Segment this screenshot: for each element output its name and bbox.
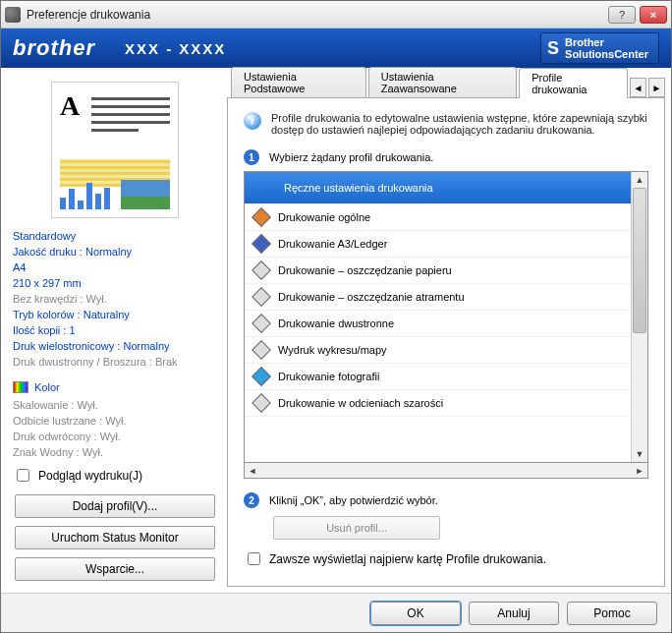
horizontal-scrollbar[interactable]: ◄ ► [244,463,648,479]
vertical-scrollbar[interactable]: ▲ ▼ [631,172,647,462]
tab-nav-left-icon[interactable]: ◄ [630,78,646,97]
support-button[interactable]: Wsparcie... [15,557,215,581]
step1-text: Wybierz żądany profil drukowania. [269,151,433,163]
profile-label: Drukowanie ogólne [278,211,370,223]
left-panel: A Standardowy Jakość druku : Normalny A4… [7,74,223,587]
status-monitor-button[interactable]: Uruchom Status Monitor [15,526,215,549]
ext-mirror: Odbicie lustrzane : Wył. [13,413,217,429]
tab-content: i Profile drukowania to edytowalne ustaw… [227,97,665,587]
right-panel: Ustawienia Podstawowe Ustawienia Zaawans… [227,74,665,587]
profile-icon [252,314,271,333]
color-row: Kolor [13,379,217,395]
prop-mode: Standardowy [13,228,217,244]
prop-quality: Jakość druku : Normalny [13,244,217,259]
profile-label: Drukowanie A3/Ledger [278,238,387,250]
profile-icon [252,393,271,413]
app-icon [5,7,21,23]
preview-checkbox-row[interactable]: Podgląd wydruku(J) [13,466,217,485]
profile-icon [252,287,271,307]
tab-nav-right-icon[interactable]: ► [648,78,665,97]
profile-label: Drukowanie dwustronne [278,317,394,329]
info-text: Profile drukowania to edytowalne ustawie… [271,112,648,136]
profile-label: Drukowanie fotografii [278,371,379,382]
profile-icon [252,260,271,280]
profile-item[interactable]: Wydruk wykresu/mapy [245,337,631,364]
tab-basic[interactable]: Ustawienia Podstawowe [231,67,366,97]
profile-item[interactable]: Drukowanie ogólne [245,204,631,231]
prop-paper: A4 [13,259,217,275]
cancel-button[interactable]: Anuluj [469,602,559,625]
solutions-center-icon: S [547,38,559,59]
step2-row: 2 Kliknij „OK”, aby potwierdzić wybór. [244,492,648,508]
profile-label: Wydruk wykresu/mapy [278,344,387,356]
profile-icon [252,340,271,360]
profile-listbox[interactable]: Ręczne ustawienia drukowaniaDrukowanie o… [244,171,648,463]
profile-item[interactable]: Drukowanie – oszczędzanie atramentu [245,284,631,311]
print-preferences-window: Preferencje drukowania ? × brother XXX -… [0,0,672,633]
always-show-checkbox[interactable] [248,552,260,565]
prop-borderless: Bez krawędzi : Wył. [13,291,217,307]
step2-text: Kliknij „OK”, aby potwierdzić wybór. [269,494,438,506]
hscroll-right-icon[interactable]: ► [632,463,647,478]
preview-checkbox[interactable] [17,469,29,482]
window-title: Preferencje drukowania [27,8,604,22]
hscroll-left-icon[interactable]: ◄ [245,463,260,478]
profile-item[interactable]: Drukowanie A3/Ledger [245,231,631,258]
prop-size: 210 x 297 mm [13,275,217,291]
sc-line2: SolutionsCenter [565,48,648,60]
ext-watermark: Znak Wodny : Wył. [13,444,217,460]
ok-button[interactable]: OK [370,602,461,625]
profile-label: Drukowanie w odcieniach szarości [278,397,443,409]
dialog-footer: OK Anuluj Pomoc [1,593,671,632]
prop-multipage: Druk wielostronicowy : Normalny [13,338,217,354]
profile-icon [252,234,271,254]
help-button[interactable]: ? [608,6,636,24]
prop-copies: Ilość kopii : 1 [13,322,217,338]
brand-bar: brother XXX - XXXX S Brother SolutionsCe… [1,29,671,68]
brand-logo: brother [13,35,95,61]
profile-label: Ręczne ustawienia drukowania [284,182,433,194]
profile-label: Drukowanie – oszczędzanie atramentu [278,291,465,303]
page-preview: A [51,82,179,218]
scroll-thumb[interactable] [633,188,646,333]
tab-advanced[interactable]: Ustawienia Zaawansowane [368,67,517,97]
settings-summary: Standardowy Jakość druku : Normalny A4 2… [13,228,217,370]
always-show-checkbox-row[interactable]: Zawsze wyświetlaj najpierw kartę Profile… [244,549,648,568]
profile-item[interactable]: Drukowanie – oszczędzanie papieru [245,258,631,284]
profile-item[interactable]: Drukowanie w odcieniach szarości [245,390,631,417]
prop-duplex: Druk dwustronny / Broszura : Brak [13,354,217,370]
always-show-label: Zawsze wyświetlaj najpierw kartę Profile… [269,552,546,566]
profile-item[interactable]: Ręczne ustawienia drukowania [245,172,631,204]
profile-icon [252,367,271,386]
help-button-footer[interactable]: Pomoc [567,602,657,625]
tabstrip: Ustawienia Podstawowe Ustawienia Zaawans… [227,74,665,97]
add-profile-button[interactable]: Dodaj profil(V)... [15,494,215,518]
prop-colormode: Tryb kolorów : Naturalny [13,307,217,322]
ext-reverse: Druk odwrócony : Wył. [13,429,217,444]
color-label: Kolor [34,381,60,393]
profile-item[interactable]: Drukowanie dwustronne [245,311,631,337]
profile-label: Drukowanie – oszczędzanie papieru [278,264,452,276]
step1-row: 1 Wybierz żądany profil drukowania. [244,149,648,165]
close-button[interactable]: × [640,6,667,24]
step2-badge: 2 [244,492,259,508]
delete-profile-button[interactable]: Usuń profil... [273,516,440,540]
profile-list-scroll[interactable]: Ręczne ustawienia drukowaniaDrukowanie o… [245,172,631,462]
model-name: XXX - XXXX [125,40,226,57]
solutions-center-button[interactable]: S Brother SolutionsCenter [540,32,659,64]
color-swatch-icon [13,381,28,393]
scroll-up-icon[interactable]: ▲ [632,172,647,188]
profile-icon [254,178,274,198]
profile-item[interactable]: Drukowanie fotografii [245,364,631,390]
step1-badge: 1 [244,149,259,165]
titlebar[interactable]: Preferencje drukowania ? × [1,1,671,29]
preview-checkbox-label: Podgląd wydruku(J) [38,469,142,483]
body: A Standardowy Jakość druku : Normalny A4… [1,68,671,593]
ext-scaling: Skalowanie : Wył. [13,397,217,413]
info-row: i Profile drukowania to edytowalne ustaw… [244,112,648,136]
scroll-down-icon[interactable]: ▼ [632,446,647,462]
profile-icon [252,207,271,227]
info-icon: i [244,112,261,130]
sc-line1: Brother [565,36,604,48]
tab-profiles[interactable]: Profile drukowania [519,68,628,98]
